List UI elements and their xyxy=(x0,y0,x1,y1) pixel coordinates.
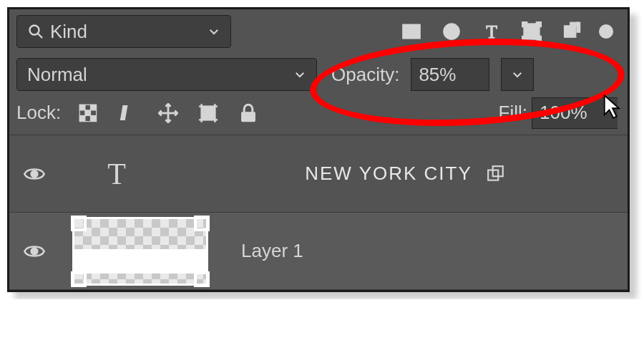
lock-all-icon[interactable] xyxy=(238,103,258,123)
lock-image-icon[interactable] xyxy=(118,103,138,123)
visibility-toggle-icon[interactable] xyxy=(24,241,45,262)
layer-row-pixel[interactable]: Layer 1 xyxy=(9,213,628,290)
svg-rect-13 xyxy=(522,37,527,41)
filter-toggle-switch[interactable] xyxy=(599,24,613,39)
opacity-value: 85% xyxy=(419,64,456,86)
filter-adjustment-icon[interactable] xyxy=(441,21,462,42)
svg-point-36 xyxy=(31,170,38,177)
svg-point-0 xyxy=(30,26,39,35)
svg-rect-22 xyxy=(79,115,85,121)
svg-rect-15 xyxy=(565,26,576,37)
svg-rect-14 xyxy=(537,37,541,41)
svg-line-1 xyxy=(38,34,42,38)
filter-type-icon[interactable]: T xyxy=(482,21,502,42)
fill-label: Fill: xyxy=(499,102,527,124)
search-icon xyxy=(27,23,44,40)
lock-position-icon[interactable] xyxy=(158,103,178,123)
chevron-down-icon xyxy=(293,68,306,81)
filter-kind-dropdown[interactable]: Kind xyxy=(16,15,231,48)
svg-point-3 xyxy=(413,26,416,30)
fill-value: 100% xyxy=(540,102,587,124)
layer-thumbnail[interactable] xyxy=(72,217,208,286)
layer-link-icon[interactable] xyxy=(487,165,505,183)
svg-point-39 xyxy=(31,248,38,254)
svg-rect-21 xyxy=(85,110,91,115)
svg-rect-12 xyxy=(537,22,541,26)
svg-rect-17 xyxy=(577,22,580,32)
svg-rect-11 xyxy=(522,22,527,26)
layer-row-text[interactable]: T NEW YORK CITY xyxy=(9,135,628,213)
layers-panel: Kind T Normal xyxy=(7,7,630,292)
blend-opacity-row: Normal Opacity: 85% xyxy=(9,54,628,95)
filter-smartobject-icon[interactable] xyxy=(562,21,582,42)
filter-type-buttons: T xyxy=(401,21,582,42)
fill-input[interactable]: 100% xyxy=(532,97,618,129)
svg-text:T: T xyxy=(486,21,497,42)
svg-rect-19 xyxy=(79,105,85,110)
filter-kind-label: Kind xyxy=(50,21,87,43)
layer-filter-row: Kind T xyxy=(9,9,628,54)
svg-rect-20 xyxy=(91,105,97,110)
svg-rect-23 xyxy=(91,115,97,121)
chevron-down-icon xyxy=(511,68,524,81)
blend-mode-value: Normal xyxy=(27,64,87,86)
svg-rect-35 xyxy=(242,112,255,121)
lock-transparency-icon[interactable] xyxy=(78,103,98,123)
layer-name[interactable]: NEW YORK CITY xyxy=(305,163,472,185)
lock-fill-row: Lock: xyxy=(9,95,628,135)
lock-buttons xyxy=(78,103,258,123)
opacity-input[interactable]: 85% xyxy=(411,58,489,91)
opacity-label: Opacity: xyxy=(331,64,399,86)
filter-shape-icon[interactable] xyxy=(522,21,542,42)
lock-label: Lock: xyxy=(16,102,61,124)
blend-mode-dropdown[interactable]: Normal xyxy=(16,58,317,91)
visibility-toggle-icon[interactable] xyxy=(24,163,45,185)
filter-pixel-icon[interactable] xyxy=(401,21,421,42)
layer-name[interactable]: Layer 1 xyxy=(241,240,303,262)
lock-artboard-icon[interactable] xyxy=(198,103,218,123)
type-layer-icon: T xyxy=(99,157,134,191)
opacity-stepper[interactable] xyxy=(501,58,534,91)
chevron-down-icon xyxy=(208,25,220,38)
svg-point-4 xyxy=(444,24,459,39)
svg-rect-26 xyxy=(202,106,215,120)
